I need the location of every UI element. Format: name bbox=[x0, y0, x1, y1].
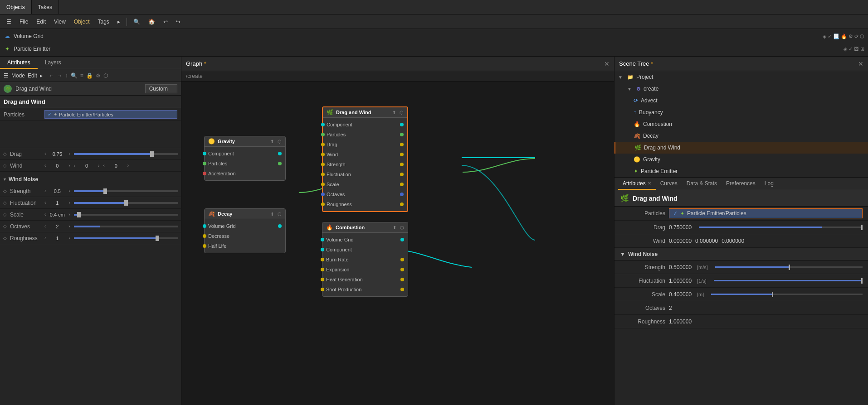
roughness-thumb[interactable] bbox=[156, 236, 159, 241]
octaves-inc[interactable]: › bbox=[68, 224, 71, 229]
expand-icon[interactable]: ⬡ bbox=[103, 72, 108, 79]
toolbar-edit-label[interactable]: Edit bbox=[28, 72, 37, 79]
octaves-track[interactable] bbox=[74, 226, 178, 227]
nav-back[interactable]: ← bbox=[49, 72, 54, 79]
drag-thumb[interactable] bbox=[150, 151, 154, 157]
tree-item-project[interactable]: ▼ 📁 Project bbox=[614, 71, 868, 83]
scale-thumb[interactable] bbox=[77, 212, 81, 217]
tab-takes[interactable]: Takes bbox=[32, 0, 59, 14]
tab-objects[interactable]: Objects bbox=[0, 0, 32, 14]
graph-node-decay[interactable]: 🍂 Decay ⬆ ⬡ Volume Grid Decrease bbox=[204, 208, 286, 253]
ra-strength-track[interactable] bbox=[715, 266, 863, 268]
wind-noise-header[interactable]: ▼ Wind Noise bbox=[0, 174, 181, 185]
ra-wind-z[interactable]: 0.000000 bbox=[722, 238, 744, 244]
ra-wind-x[interactable]: 0.000000 bbox=[669, 238, 692, 244]
wind-z-dec[interactable]: ‹ bbox=[102, 163, 105, 168]
tree-item-combustion[interactable]: 🔥 Combustion bbox=[614, 118, 868, 130]
fluct-inc[interactable]: › bbox=[68, 200, 71, 205]
menu-edit[interactable]: Edit bbox=[33, 18, 49, 26]
graph-canvas[interactable]: 🟡 Gravity ⬆ ⬡ Component Particles bbox=[181, 82, 614, 405]
nav-up[interactable]: ↑ bbox=[65, 72, 68, 79]
roughness-inc[interactable]: › bbox=[68, 236, 71, 241]
tree-item-create[interactable]: ▼ ⚙ create bbox=[614, 83, 868, 95]
ra-fluct-value[interactable]: 1.000000 bbox=[669, 278, 692, 284]
drag-decrease[interactable]: ‹ bbox=[44, 151, 47, 156]
wind-y-val[interactable]: 0 bbox=[78, 163, 95, 169]
menu-more[interactable]: ▸ bbox=[114, 18, 124, 26]
octaves-val[interactable]: 2 bbox=[49, 224, 66, 229]
ra-octaves-value[interactable]: 2 bbox=[669, 305, 672, 311]
tree-item-buoyancy[interactable]: ↑ Buoyancy bbox=[614, 106, 868, 118]
attr-tab-curves[interactable]: Curves bbox=[656, 178, 682, 190]
scale-dec[interactable]: ‹ bbox=[44, 212, 47, 217]
settings-icon[interactable]: ⚙ bbox=[96, 72, 101, 79]
ra-wind-y[interactable]: 0.000000 bbox=[695, 238, 718, 244]
scale-inc[interactable]: › bbox=[68, 212, 71, 217]
strength-track[interactable] bbox=[74, 190, 178, 192]
graph-node-drag-wind[interactable]: 🌿 Drag and Wind ⬆ ⬡ Component Particles bbox=[322, 106, 408, 212]
attr-tab-attributes[interactable]: Attributes ✕ bbox=[618, 178, 656, 190]
ra-wind-noise-header[interactable]: ▼ Wind Noise bbox=[614, 248, 868, 260]
fluct-val[interactable]: 1 bbox=[49, 200, 66, 206]
tree-item-drag-wind[interactable]: 🌿 Drag and Wind bbox=[614, 142, 868, 154]
scene-tree-close[interactable]: ✕ bbox=[858, 60, 863, 68]
wind-z-inc[interactable]: › bbox=[127, 163, 130, 168]
ra-wind-noise-collapse[interactable]: ▼ bbox=[620, 251, 625, 257]
graph-close-icon[interactable]: ✕ bbox=[604, 60, 610, 68]
wind-noise-collapse[interactable]: ▼ bbox=[3, 177, 7, 182]
ra-scale-track[interactable] bbox=[711, 294, 863, 295]
attr-tab-preferences[interactable]: Preferences bbox=[722, 178, 760, 190]
object-row-volume-grid[interactable]: ☁ Volume Grid ◈ ✓ 📃 🔥 ⚙ ⟳ ⬡ bbox=[0, 30, 868, 43]
undo-icon[interactable]: ↩ bbox=[160, 18, 171, 26]
ra-scale-value[interactable]: 0.400000 bbox=[669, 291, 692, 298]
wind-x-dec[interactable]: ‹ bbox=[44, 163, 47, 168]
tree-item-decay[interactable]: 🍂 Decay bbox=[614, 130, 868, 142]
home-icon[interactable]: 🏠 bbox=[145, 18, 159, 26]
search-icon[interactable]: 🔍 bbox=[130, 18, 144, 26]
menu-file[interactable]: File bbox=[16, 18, 32, 26]
combustion-nav-btn[interactable]: ⬆ bbox=[393, 225, 396, 230]
attr-tab-data-stats[interactable]: Data & Stats bbox=[682, 178, 722, 190]
ra-roughness-value[interactable]: 1.000000 bbox=[669, 318, 692, 325]
lock-icon[interactable]: 🔒 bbox=[86, 72, 93, 79]
menu-tags[interactable]: Tags bbox=[94, 18, 113, 26]
fluct-thumb[interactable] bbox=[124, 200, 128, 206]
strength-inc[interactable]: › bbox=[68, 188, 71, 193]
wind-x-val[interactable]: 0 bbox=[49, 163, 66, 169]
graph-node-gravity[interactable]: 🟡 Gravity ⬆ ⬡ Component Particles bbox=[204, 136, 286, 181]
toolbar-hamburger[interactable]: ☰ bbox=[4, 72, 9, 79]
roughness-track[interactable] bbox=[74, 237, 178, 239]
ra-drag-track[interactable] bbox=[699, 227, 863, 228]
combustion-expand-btn[interactable]: ⬡ bbox=[400, 225, 404, 230]
particles-value[interactable]: ✓ ✦ Particle Emitter/Particles bbox=[44, 110, 177, 119]
drag-wind-nav-btn[interactable]: ⬆ bbox=[392, 110, 396, 115]
filter-icon[interactable]: ≡ bbox=[80, 72, 83, 79]
tab-attributes[interactable]: Attributes bbox=[0, 57, 38, 69]
tree-item-particle-emitter[interactable]: ✦ Particle Emitter bbox=[614, 165, 868, 177]
toolbar-dropdown[interactable]: ▸ bbox=[40, 72, 43, 79]
custom-dropdown[interactable]: Custom bbox=[145, 84, 177, 93]
ra-drag-value[interactable]: 0.750000 bbox=[669, 224, 692, 231]
roughness-dec[interactable]: ‹ bbox=[44, 236, 47, 241]
scale-track[interactable] bbox=[74, 214, 178, 216]
drag-track[interactable] bbox=[74, 153, 178, 155]
fluct-track[interactable] bbox=[74, 202, 178, 204]
scale-val[interactable]: 0.4 cm bbox=[49, 212, 66, 217]
graph-node-combustion[interactable]: 🔥 Combustion ⬆ ⬡ Volume Grid Component bbox=[322, 222, 408, 297]
roughness-val[interactable]: 1 bbox=[49, 236, 66, 241]
drag-increase[interactable]: › bbox=[68, 151, 71, 156]
tree-item-advect[interactable]: ⟳ Advect bbox=[614, 95, 868, 106]
wind-z-val[interactable]: 0 bbox=[107, 163, 125, 169]
decay-nav-btn[interactable]: ⬆ bbox=[270, 212, 274, 217]
ra-strength-value[interactable]: 0.500000 bbox=[669, 264, 692, 270]
tree-item-gravity[interactable]: 🟡 Gravity bbox=[614, 154, 868, 165]
menu-view[interactable]: View bbox=[50, 18, 69, 26]
gravity-nav-btn[interactable]: ⬆ bbox=[270, 139, 274, 144]
ra-particles-box[interactable]: ✓ ✦ Particle Emitter/Particles bbox=[669, 208, 863, 218]
wind-y-inc[interactable]: › bbox=[97, 163, 100, 168]
hamburger-icon[interactable]: ☰ bbox=[3, 18, 15, 26]
attr-tab-close[interactable]: ✕ bbox=[648, 181, 651, 186]
search-icon[interactable]: 🔍 bbox=[71, 72, 78, 79]
strength-val[interactable]: 0.5 bbox=[49, 188, 66, 194]
decay-expand-btn[interactable]: ⬡ bbox=[278, 212, 282, 217]
